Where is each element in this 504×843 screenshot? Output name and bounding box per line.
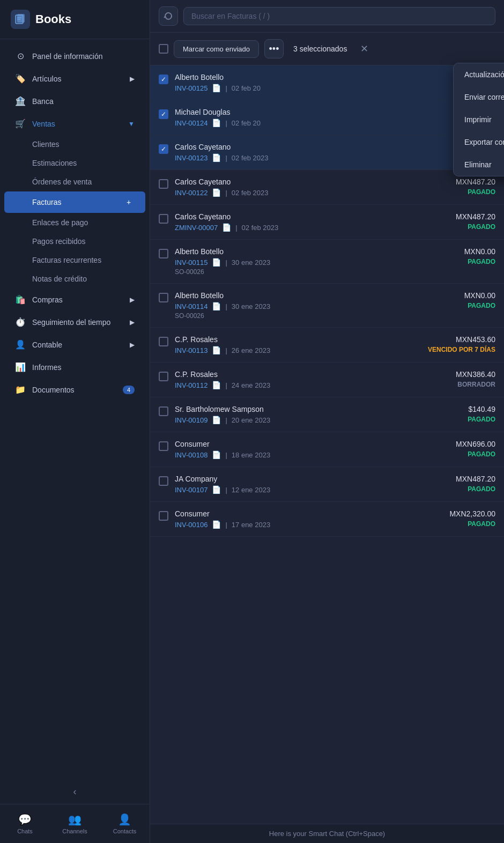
invoice-number[interactable]: INV-00109 [175, 416, 207, 424]
invoice-row[interactable]: JA Company INV-00107 📄 | 12 ene 2023 MXN… [150, 467, 504, 502]
file-icon: 📄 [212, 520, 221, 529]
invoice-date: 02 feb 2023 [232, 189, 269, 197]
invoice-info: Sr. Bartholomew Sampson INV-00109 📄 | 20… [175, 405, 430, 424]
sidebar-item-seguimiento[interactable]: ⏱️ Seguimiento del tiempo ▶ [4, 311, 145, 333]
dropdown-item-correos[interactable]: Enviar correos electrónicos [454, 86, 504, 108]
invoice-date: 02 feb 2023 [242, 224, 279, 232]
invoice-amount: MXN0.00 [436, 247, 495, 256]
dropdown-item-pdf[interactable]: Exportar como PDF [454, 131, 504, 153]
invoice-date: 02 feb 2023 [232, 154, 269, 162]
invoice-checkbox[interactable]: ✓ [159, 109, 168, 119]
invoice-number[interactable]: INV-00106 [175, 521, 207, 529]
invoice-checkbox[interactable] [159, 214, 168, 224]
invoice-row[interactable]: ✓ Alberto Botello INV-00125 📄 | 02 feb 2… [150, 65, 504, 100]
invoice-date: 02 feb 20 [232, 84, 261, 92]
sidebar-subitem-recurrentes[interactable]: Facturas recurrentes [4, 251, 145, 269]
dropdown-item-imprimir[interactable]: Imprimir [454, 108, 504, 131]
add-invoice-button[interactable]: + [123, 196, 135, 208]
invoice-row[interactable]: Carlos Cayetano INV-00122 📄 | 02 feb 202… [150, 170, 504, 205]
sidebar-item-banca[interactable]: 🏦 Banca [4, 90, 145, 112]
sidebar-subitem-clientes[interactable]: Clientes [4, 135, 145, 153]
dropdown-item-masiva[interactable]: Actualización masiva [454, 63, 504, 86]
invoice-date: 02 feb 20 [232, 119, 261, 127]
separator: | [225, 346, 227, 354]
invoice-row[interactable]: Sr. Bartholomew Sampson INV-00109 📄 | 20… [150, 397, 504, 432]
sidebar-subitem-estimaciones[interactable]: Estimaciones [4, 154, 145, 172]
sidebar-subitem-ordenes[interactable]: Órdenes de venta [4, 173, 145, 191]
invoice-customer-name: Carlos Cayetano [175, 178, 430, 186]
invoice-date: 17 ene 2023 [232, 521, 270, 529]
sidebar-collapse-button[interactable]: ‹ [0, 780, 150, 804]
invoice-row[interactable]: C.P. Rosales INV-00113 📄 | 26 ene 2023 M… [150, 328, 504, 363]
invoice-checkbox[interactable] [159, 511, 168, 521]
dropdown-item-eliminar[interactable]: Eliminar [454, 153, 504, 176]
invoice-amount: MXN453.60 [428, 335, 495, 344]
invoice-row[interactable]: Carlos Cayetano ZMINV-00007 📄 | 02 feb 2… [150, 205, 504, 240]
search-input[interactable]: Buscar en Facturas ( / ) [183, 7, 495, 25]
invoice-row[interactable]: Alberto Botello INV-00115 📄 | 30 ene 202… [150, 240, 504, 284]
invoice-info: Consumer INV-00108 📄 | 18 ene 2023 [175, 440, 430, 459]
invoice-number[interactable]: INV-00125 [175, 84, 207, 92]
invoice-number[interactable]: INV-00124 [175, 119, 207, 127]
sidebar-item-panel[interactable]: ⊙ Panel de información [4, 45, 145, 67]
sidebar-subitem-enlaces[interactable]: Enlaces de pago [4, 213, 145, 232]
invoice-amount: MXN2,320.00 [436, 509, 495, 518]
sidebar-item-ventas[interactable]: 🛒 Ventas ▼ [4, 113, 145, 135]
invoice-checkbox[interactable] [159, 293, 168, 302]
chevron-right-icon: ▶ [130, 75, 135, 83]
select-all-checkbox[interactable] [159, 44, 168, 54]
invoice-checkbox[interactable] [159, 372, 168, 381]
mark-sent-button[interactable]: Marcar como enviado [174, 40, 259, 58]
sidebar-item-articulos[interactable]: 🏷️ Artículos ▶ [4, 68, 145, 90]
sidebar-subitem-pagos[interactable]: Pagos recibidos [4, 232, 145, 250]
status-badge: BORRADOR [436, 381, 495, 388]
invoice-number[interactable]: INV-00123 [175, 154, 207, 162]
invoice-number[interactable]: INV-00108 [175, 451, 207, 459]
invoice-meta: INV-00108 📄 | 18 ene 2023 [175, 450, 430, 459]
invoice-checkbox[interactable] [159, 441, 168, 451]
invoice-checkbox[interactable] [159, 476, 168, 486]
actions-bar: Marcar como enviado ••• 3 seleccionados … [150, 33, 504, 65]
invoice-customer-name: Consumer [175, 509, 430, 518]
invoice-checkbox[interactable] [159, 249, 168, 258]
sidebar-item-contable[interactable]: 👤 Contable ▶ [4, 334, 145, 356]
invoice-number[interactable]: INV-00114 [175, 302, 207, 310]
invoice-customer-name: Carlos Cayetano [175, 143, 430, 151]
invoice-number[interactable]: INV-00122 [175, 189, 207, 197]
app-logo[interactable]: Books [0, 0, 150, 39]
sidebar-subitem-credito[interactable]: Notas de crédito [4, 270, 145, 288]
invoice-number[interactable]: ZMINV-00007 [175, 224, 218, 232]
invoice-row[interactable]: Consumer INV-00106 📄 | 17 ene 2023 MXN2,… [150, 502, 504, 537]
invoice-row[interactable]: C.P. Rosales INV-00112 📄 | 24 ene 2023 M… [150, 363, 504, 397]
invoice-checkbox[interactable]: ✓ [159, 75, 168, 84]
smart-chat-bar[interactable]: Here is your Smart Chat (Ctrl+Space) [150, 824, 504, 843]
sidebar-item-documentos[interactable]: 📁 Documentos 4 [4, 379, 145, 401]
bottom-nav-chats[interactable]: 💬 Chats [0, 809, 50, 839]
sidebar-subitem-facturas[interactable]: Facturas + [4, 191, 145, 213]
invoice-right: MXN487.20 PAGADO [436, 475, 495, 493]
refresh-button[interactable] [159, 6, 178, 26]
invoice-number[interactable]: INV-00112 [175, 381, 207, 389]
invoice-row[interactable]: Consumer INV-00108 📄 | 18 ene 2023 MXN69… [150, 432, 504, 467]
bottom-nav-channels[interactable]: 👥 Channels [50, 809, 100, 839]
invoice-checkbox[interactable]: ✓ [159, 144, 168, 154]
invoice-meta: INV-00106 📄 | 17 ene 2023 [175, 520, 430, 529]
invoice-row[interactable]: ✓ Carlos Cayetano INV-00123 📄 | 02 feb 2… [150, 135, 504, 170]
file-icon: 📄 [222, 223, 231, 232]
invoice-number[interactable]: INV-00115 [175, 258, 207, 267]
invoice-checkbox[interactable] [159, 406, 168, 416]
invoice-row[interactable]: Alberto Botello INV-00114 📄 | 30 ene 202… [150, 284, 504, 328]
invoice-meta: INV-00109 📄 | 20 ene 2023 [175, 416, 430, 424]
more-actions-button[interactable]: ••• [264, 39, 284, 58]
sidebar-item-compras[interactable]: 🛍️ Compras ▶ [4, 289, 145, 310]
invoice-row[interactable]: ✓ Michael Douglas INV-00124 📄 | 02 feb 2… [150, 100, 504, 135]
bottom-nav-contacts[interactable]: 👤 Contacts [100, 809, 150, 839]
invoice-checkbox[interactable] [159, 337, 168, 346]
main-content: Buscar en Facturas ( / ) Marcar como env… [150, 0, 504, 843]
invoice-number[interactable]: INV-00107 [175, 486, 207, 494]
status-badge: PAGADO [436, 416, 495, 423]
close-selection-button[interactable]: ✕ [357, 41, 372, 56]
sidebar-item-informes[interactable]: 📊 Informes [4, 356, 145, 378]
invoice-number[interactable]: INV-00113 [175, 346, 207, 354]
invoice-checkbox[interactable] [159, 179, 168, 189]
